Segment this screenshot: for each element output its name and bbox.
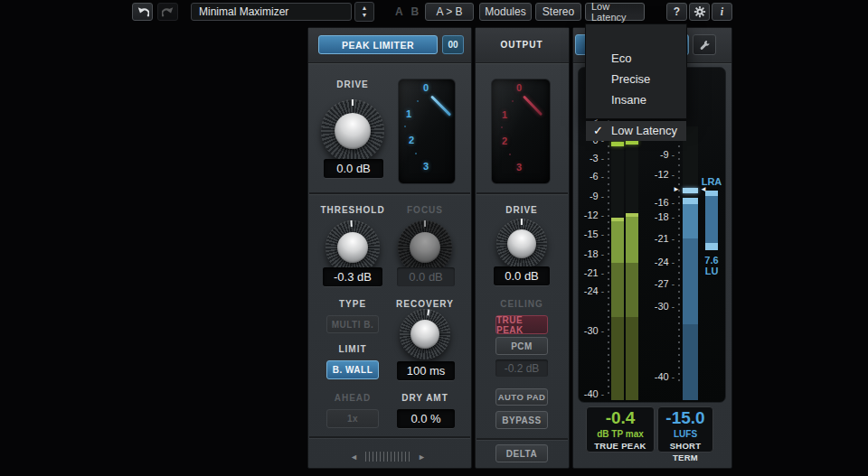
latency-dropdown-menu: EcoPreciseInsane✓Low Latency — [585, 23, 687, 119]
vu-label-1: 1 — [402, 108, 415, 119]
vu-label-3: 3 — [420, 161, 432, 172]
loudness-unit: LUFS — [658, 428, 712, 440]
dry-amount-label: DRY AMT — [391, 393, 459, 403]
meter-settings-button[interactable] — [693, 34, 716, 55]
threshold-knob[interactable] — [326, 220, 380, 275]
scale-tick-label: -9 — [644, 149, 675, 161]
vu-out-label-0: 0 — [513, 82, 525, 93]
true-peak-readout[interactable]: -0.4 dB TP max TRUE PEAK — [586, 406, 655, 453]
settings-button[interactable] — [689, 3, 710, 21]
scale-tick-label: -18 — [644, 211, 675, 223]
loudness-target-marker — [683, 188, 698, 193]
scale-tick-label: -15 — [579, 229, 604, 240]
modules-button[interactable]: Modules — [479, 3, 532, 21]
focus-knob[interactable] — [398, 220, 452, 275]
loudness-value: -15.0 — [658, 408, 712, 428]
threshold-value[interactable]: -0.3 dB — [323, 267, 382, 286]
dry-amount-value[interactable]: 0.0 % — [397, 409, 455, 428]
loudness-meter-bar — [683, 198, 698, 400]
stepper-up-icon[interactable]: ▲ — [362, 5, 368, 12]
scale-tick-label: -12 — [644, 169, 675, 181]
vu-out-label-1: 1 — [498, 109, 511, 120]
scale-tick-label: -40 — [644, 371, 675, 383]
loudness-readout[interactable]: -15.0 LUFS SHORT TERM — [657, 406, 713, 453]
right-scale-ticks — [678, 126, 680, 383]
threshold-label: THRESHOLD — [318, 205, 387, 215]
scale-tick-label: -18 — [579, 248, 604, 260]
focus-value[interactable]: 0.0 dB — [397, 267, 455, 286]
menu-item-insane[interactable]: Insane — [586, 90, 686, 110]
output-drive-value[interactable]: 0.0 dB — [494, 266, 550, 285]
scale-tick-label: -21 — [644, 233, 675, 245]
preset-field[interactable]: Minimal Maximizer — [191, 3, 352, 21]
scale-tick-label: -21 — [579, 267, 604, 279]
menu-item-precise[interactable]: Precise — [586, 70, 686, 89]
undo-button[interactable] — [132, 3, 153, 21]
scale-tick-label: -3 — [579, 153, 604, 164]
recovery-value[interactable]: 100 ms — [397, 361, 455, 380]
ahead-label: AHEAD — [318, 393, 387, 403]
scale-tick-label: -27 — [644, 278, 675, 290]
preset-name: Minimal Maximizer — [199, 5, 288, 18]
scale-tick-label: -9 — [579, 191, 604, 202]
peak-meter-bar-left — [611, 218, 624, 400]
true-peak-value: -0.4 — [587, 408, 654, 428]
output-title: OUTPUT — [487, 40, 556, 50]
recovery-knob[interactable] — [400, 309, 450, 359]
ab-state-indicator: A B — [395, 5, 421, 18]
auto-pad-button[interactable]: AUTO PAD — [495, 388, 548, 406]
scale-tick-label: -24 — [579, 285, 604, 297]
redo-icon — [162, 6, 175, 18]
type-label: TYPE — [318, 299, 387, 309]
delta-button[interactable]: DELTA — [495, 444, 548, 462]
scale-tick-label: -30 — [579, 325, 604, 337]
vu-label-0: 0 — [420, 82, 432, 93]
pcm-button[interactable]: PCM — [495, 337, 548, 355]
menu-item-eco[interactable]: Eco — [586, 49, 686, 69]
output-drive-knob[interactable] — [496, 219, 547, 269]
type-multiband-button[interactable]: MULTI B. — [326, 315, 379, 333]
vu-out-label-2: 2 — [498, 135, 511, 146]
bypass-button[interactable]: BYPASS — [495, 411, 548, 429]
oversampling-badge[interactable]: 00 — [442, 35, 464, 54]
left-scale-ticks — [608, 120, 609, 398]
drive-knob[interactable] — [321, 99, 384, 163]
peak-limiter-title-button[interactable]: PEAK LIMITER — [318, 35, 438, 54]
stereo-button[interactable]: Stereo — [535, 3, 581, 21]
lra-unit: LU — [698, 266, 725, 276]
redo-button[interactable] — [157, 3, 178, 21]
drive-label: DRIVE — [318, 79, 387, 89]
peak-hold-left — [611, 142, 624, 146]
scrub-left-icon[interactable]: ◄ — [350, 452, 358, 462]
stepper-down-icon[interactable]: ▼ — [362, 12, 368, 19]
checkmark-icon: ✓ — [593, 121, 603, 141]
gear-icon — [693, 5, 706, 18]
limit-label: LIMIT — [318, 344, 387, 354]
scale-tick-label: -6 — [579, 171, 604, 182]
menu-item-low-latency[interactable]: ✓Low Latency — [586, 121, 686, 141]
undo-icon — [137, 6, 149, 18]
scale-tick-label: -16 — [644, 197, 675, 209]
focus-label: FOCUS — [391, 205, 459, 215]
true-peak-unit: dB TP max — [587, 428, 654, 440]
scale-tick-label: -30 — [644, 301, 675, 313]
scale-tick-label: -12 — [579, 210, 604, 221]
ab-copy-button[interactable]: A > B — [425, 3, 474, 21]
info-button[interactable]: i — [712, 3, 732, 21]
scale-tick-label: -40 — [579, 388, 604, 400]
preset-stepper[interactable]: ▲ ▼ — [354, 2, 374, 22]
true-peak-button[interactable]: TRUE PEAK — [495, 315, 548, 334]
loudness-marker-left-icon: ► — [673, 184, 680, 195]
scale-tick-label: -24 — [644, 257, 675, 268]
drive-value[interactable]: 0.0 dB — [324, 159, 383, 178]
ahead-button[interactable]: 1x — [326, 409, 379, 428]
recovery-label: RECOVERY — [391, 299, 459, 309]
ceiling-value[interactable]: -0.2 dB — [495, 359, 548, 377]
module-scrubber[interactable] — [365, 452, 412, 462]
limit-brickwall-button[interactable]: B. WALL — [326, 360, 379, 379]
output-drive-label: DRIVE — [487, 205, 556, 215]
scrub-right-icon[interactable]: ► — [418, 452, 426, 462]
true-peak-caption: TRUE PEAK — [587, 440, 654, 452]
vu-out-label-3: 3 — [513, 162, 525, 173]
plugin-window: Minimal Maximizer ▲ ▼ A B A > B Modules … — [0, 0, 868, 476]
